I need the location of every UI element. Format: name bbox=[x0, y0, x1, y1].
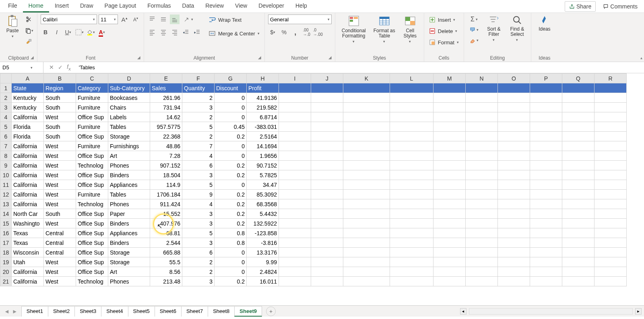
cell[interactable]: California bbox=[12, 199, 44, 209]
scroll-track[interactable] bbox=[469, 308, 633, 315]
cell[interactable]: 5.4432 bbox=[247, 209, 279, 219]
paste-button[interactable]: Paste ▾ bbox=[3, 14, 22, 38]
cell[interactable] bbox=[390, 209, 433, 219]
cell[interactable] bbox=[466, 103, 498, 112]
column-header-D[interactable]: D bbox=[108, 74, 150, 83]
cell[interactable] bbox=[594, 83, 627, 93]
sheet-tab-sheet1[interactable]: Sheet1 bbox=[21, 306, 48, 317]
cell-styles-button[interactable]: Cell Styles▾ bbox=[400, 14, 421, 44]
cell[interactable] bbox=[343, 141, 390, 151]
font-color-button[interactable]: A▾ bbox=[97, 27, 107, 37]
cell[interactable] bbox=[390, 93, 433, 103]
chevron-down-icon[interactable]: ▾ bbox=[31, 66, 33, 70]
cell[interactable]: 2 bbox=[182, 257, 215, 267]
cell[interactable]: West bbox=[44, 151, 76, 161]
cell[interactable] bbox=[390, 190, 433, 199]
column-header-G[interactable]: G bbox=[215, 74, 247, 83]
cell[interactable] bbox=[390, 180, 433, 190]
ribbon-tab-developer[interactable]: Developer bbox=[253, 0, 290, 12]
enter-formula-button[interactable]: ✓ bbox=[58, 64, 63, 70]
sheet-area[interactable]: ABCDEFGHIJKLMNOPQR1StateRegionCategorySu… bbox=[0, 73, 644, 305]
cell[interactable]: Furniture bbox=[76, 141, 108, 151]
cell[interactable] bbox=[562, 267, 594, 277]
cell[interactable] bbox=[390, 219, 433, 228]
row-header-13[interactable]: 13 bbox=[0, 199, 12, 209]
cell[interactable]: 0 bbox=[215, 141, 247, 151]
cell[interactable] bbox=[311, 267, 343, 277]
cell[interactable] bbox=[594, 141, 627, 151]
cell[interactable] bbox=[311, 190, 343, 199]
cell[interactable]: 0.2 bbox=[215, 170, 247, 180]
cell[interactable]: 41.9136 bbox=[247, 93, 279, 103]
cell[interactable] bbox=[530, 219, 562, 228]
cell[interactable] bbox=[498, 199, 530, 209]
cell[interactable] bbox=[390, 161, 433, 170]
cell[interactable] bbox=[343, 267, 390, 277]
align-right-button[interactable] bbox=[170, 27, 180, 37]
cell[interactable]: Office Sup bbox=[76, 151, 108, 161]
cell[interactable] bbox=[466, 151, 498, 161]
cell[interactable] bbox=[466, 219, 498, 228]
cell[interactable] bbox=[433, 170, 466, 180]
cell[interactable] bbox=[311, 209, 343, 219]
align-center-button[interactable] bbox=[159, 27, 168, 37]
cell[interactable] bbox=[390, 267, 433, 277]
cell[interactable]: Chairs bbox=[108, 103, 150, 112]
cell[interactable]: 5 bbox=[182, 180, 215, 190]
cell[interactable] bbox=[530, 257, 562, 267]
cell[interactable] bbox=[279, 161, 311, 170]
cell[interactable]: 22.368 bbox=[150, 132, 182, 141]
cell[interactable]: West bbox=[44, 180, 76, 190]
cell[interactable] bbox=[433, 228, 466, 238]
cell[interactable] bbox=[390, 151, 433, 161]
fill-color-button[interactable]: ▾ bbox=[86, 27, 95, 37]
cell[interactable] bbox=[279, 112, 311, 122]
cell[interactable]: Office Sup bbox=[76, 180, 108, 190]
cell[interactable]: California bbox=[12, 267, 44, 277]
cell[interactable]: 0 bbox=[215, 151, 247, 161]
cell[interactable] bbox=[498, 132, 530, 141]
cell[interactable] bbox=[311, 151, 343, 161]
cell[interactable]: Storage bbox=[108, 257, 150, 267]
cell[interactable] bbox=[433, 141, 466, 151]
sheet-nav-next[interactable]: ► bbox=[12, 308, 18, 315]
cell[interactable] bbox=[311, 112, 343, 122]
cell[interactable] bbox=[594, 170, 627, 180]
cell[interactable] bbox=[433, 122, 466, 132]
cell[interactable] bbox=[498, 228, 530, 238]
cell[interactable] bbox=[433, 257, 466, 267]
cell[interactable] bbox=[433, 83, 466, 93]
cell[interactable]: 15.552 bbox=[150, 209, 182, 219]
cell[interactable] bbox=[279, 238, 311, 248]
ribbon-tab-help[interactable]: Help bbox=[290, 0, 313, 12]
cell[interactable]: Storage bbox=[108, 132, 150, 141]
cell[interactable]: 16.011 bbox=[247, 277, 279, 286]
cell[interactable]: 2.5164 bbox=[247, 132, 279, 141]
cell[interactable] bbox=[311, 161, 343, 170]
cell[interactable] bbox=[279, 228, 311, 238]
cell[interactable] bbox=[594, 103, 627, 112]
cell[interactable]: California bbox=[12, 141, 44, 151]
sort-filter-button[interactable]: Sort & Filter▾ bbox=[483, 14, 504, 42]
orientation-button[interactable]: ▾ bbox=[181, 14, 196, 24]
cell[interactable]: -3.816 bbox=[247, 238, 279, 248]
decrease-font-button[interactable]: A▾ bbox=[131, 14, 140, 24]
cell[interactable]: California bbox=[12, 180, 44, 190]
cell[interactable] bbox=[466, 161, 498, 170]
cell[interactable]: West bbox=[44, 170, 76, 180]
cancel-formula-button[interactable]: ✕ bbox=[49, 64, 54, 70]
select-all-corner[interactable] bbox=[0, 74, 12, 83]
cell[interactable] bbox=[433, 161, 466, 170]
cell[interactable]: West bbox=[44, 219, 76, 228]
cell[interactable]: Furniture bbox=[76, 122, 108, 132]
cell[interactable] bbox=[498, 141, 530, 151]
cell[interactable] bbox=[466, 228, 498, 238]
cell[interactable] bbox=[594, 132, 627, 141]
cell[interactable] bbox=[311, 141, 343, 151]
cell[interactable] bbox=[530, 170, 562, 180]
cell[interactable] bbox=[466, 248, 498, 257]
cell[interactable] bbox=[498, 83, 530, 93]
cell[interactable]: 85.3092 bbox=[247, 190, 279, 199]
comma-format-button[interactable]: , bbox=[291, 27, 300, 37]
cell[interactable]: 665.88 bbox=[150, 248, 182, 257]
